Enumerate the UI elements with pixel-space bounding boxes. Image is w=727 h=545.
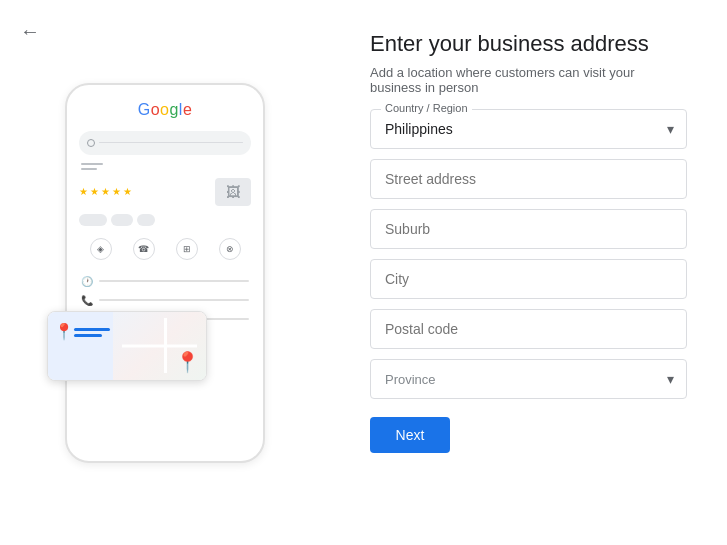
street-field[interactable] [370,159,687,199]
phone-search-bar [79,131,251,155]
stars-row: ★ ★ ★ ★ ★ 🖼 [79,178,251,206]
city-input[interactable] [385,271,672,287]
page-title: Enter your business address [370,30,687,59]
address-form: Country / Region Philippines ▾ Province … [370,109,687,399]
province-chevron-icon: ▾ [667,371,674,387]
action-icons-row: ◈ ☎ ⊞ ⊗ [79,234,251,264]
info-row-clock: 🕐 [81,276,249,287]
city-field[interactable] [370,259,687,299]
street-input[interactable] [385,171,672,187]
postal-input[interactable] [385,321,672,337]
page-subtitle: Add a location where customers can visit… [370,65,687,95]
directions-icon: ◈ [90,238,112,260]
suburb-input[interactable] [385,221,672,237]
info-row-phone: 📞 [81,295,249,306]
country-value: Philippines [385,121,453,137]
province-placeholder: Province [385,372,436,387]
clock-icon: 🕐 [81,276,93,287]
next-button[interactable]: Next [370,417,450,453]
postal-field[interactable] [370,309,687,349]
suburb-field[interactable] [370,209,687,249]
phone-mockup: Google ★ ★ ★ ★ ★ 🖼 [65,83,265,463]
phone-icon: ☎ [133,238,155,260]
phone-small-icon: 📞 [81,295,93,306]
chevron-down-icon: ▾ [667,121,674,137]
map-pin-red-icon: 📍 [175,350,200,374]
share-icon: ⊗ [219,238,241,260]
country-select[interactable]: Country / Region Philippines ▾ [370,109,687,149]
thumbnail: 🖼 [215,178,251,206]
google-logo: Google [79,101,251,119]
right-panel: Enter your business address Add a locati… [330,0,727,545]
province-select[interactable]: Province ▾ [370,359,687,399]
save-icon: ⊞ [176,238,198,260]
map-pin-blue-icon: 📍 [54,322,74,341]
pills-row [79,214,251,226]
star-rating: ★ ★ ★ ★ ★ [79,186,132,197]
back-button[interactable]: ← [20,20,40,43]
map-card: 📍 📍 [47,311,207,381]
country-label: Country / Region [381,102,472,114]
menu-lines [79,163,251,170]
search-icon [87,139,95,147]
